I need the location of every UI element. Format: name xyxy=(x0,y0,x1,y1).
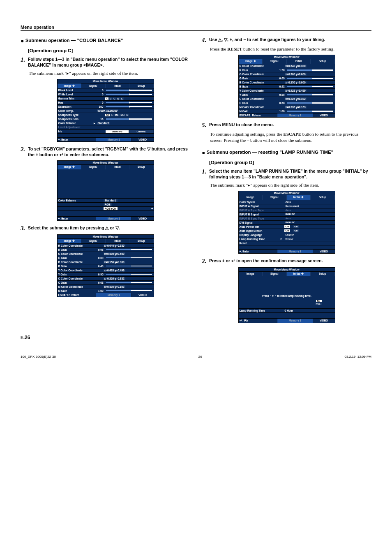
osd-window-rgbycm-select: Move Menu Window Image ✥ Signal Initial … xyxy=(57,160,154,221)
osd-tab: Setup xyxy=(129,165,154,169)
osd-tab-initial: Initial ✥ xyxy=(287,195,311,200)
osd-tab: Setup xyxy=(311,195,335,200)
osd-item-label: Lamp Running Time xyxy=(239,309,284,312)
section-header: Menu operation xyxy=(21,25,371,31)
step-text: Press MENU to close the menu. xyxy=(209,122,370,127)
osd-foot-video: VIDEO xyxy=(132,138,154,141)
osd-tab-setup: Setup xyxy=(129,83,154,88)
osd-tab: Setup xyxy=(311,59,335,64)
submenu-heading-text: Submenu operation — resetting "LAMP RUNN… xyxy=(207,150,333,155)
step-number: 4. xyxy=(202,37,209,44)
osd-window-confirm: Move Menu Window Image Signal Initial ✥ … xyxy=(238,267,335,323)
osd-foot-memory: Memory 1 xyxy=(96,138,131,141)
osd-title: Move Menu Window xyxy=(58,161,154,165)
osd-foot: Memory 1 xyxy=(277,319,313,323)
osd-foot: VIDEO xyxy=(132,293,154,297)
move-icon: ✥ xyxy=(72,84,75,87)
osd-tab: Image xyxy=(239,272,263,276)
osd-tab: Initial xyxy=(106,239,130,243)
step-body: To continue adjusting settings, press th… xyxy=(210,131,371,143)
move-icon: ✥ xyxy=(72,165,75,168)
submenu-heading: ● Submenu operation — resetting "LAMP RU… xyxy=(202,149,371,156)
osd-tab: Setup xyxy=(311,272,335,276)
osd-title: Move Menu Window xyxy=(58,235,154,239)
osd-window-image: Move Menu Window Image ✥ Signal Initial … xyxy=(57,79,154,142)
move-icon: ✥ xyxy=(72,239,75,242)
osd-window-coordinates: Move Menu Window Image ✥ Signal Initial … xyxy=(57,234,154,297)
left-column: ● Submenu operation — "COLOR BALANCE" [O… xyxy=(21,35,190,327)
osd-title: Move Menu Window xyxy=(239,191,335,195)
submenu-heading: ● Submenu operation — "COLOR BALANCE" xyxy=(21,37,190,44)
osd-tab-image: Image ✥ xyxy=(58,239,82,243)
step-text: Use △, ▽, +, and – to set the gauge figu… xyxy=(209,37,370,42)
footer-filename: 106_DPX-1000(E)22-30 xyxy=(21,355,56,359)
osd-foot: VIDEO xyxy=(313,250,335,253)
step-number: 5. xyxy=(202,122,209,129)
osd-tab: Image xyxy=(239,195,263,200)
operation-group-label: [Operation group D] xyxy=(209,160,371,165)
osd-tab-image: Image ✥ xyxy=(239,59,263,64)
osd-tab: Initial xyxy=(106,165,130,169)
osd-foot-enter: +: Enter xyxy=(58,138,96,141)
step-number: 2. xyxy=(21,146,28,153)
right-column: 4.Use △, ▽, +, and – to set the gauge fi… xyxy=(202,35,371,327)
osd-item-value: 0 Hour xyxy=(284,309,335,312)
osd-tab: Signal xyxy=(263,59,287,64)
osd-window-gain-adjusted: Move Menu Window Image ✥ Signal Initial … xyxy=(238,55,335,118)
step-text: To set "RGBYCM" parameters, select "RGBY… xyxy=(28,146,189,157)
move-icon: ✥ xyxy=(301,272,304,275)
osd-tab: Initial xyxy=(287,59,311,64)
operation-group-label: [Operation group C] xyxy=(28,48,190,53)
osd-title: Move Menu Window xyxy=(239,268,335,272)
confirm-yes: Yes xyxy=(315,303,321,305)
move-icon: ✥ xyxy=(254,60,256,62)
confirm-no: No xyxy=(316,300,322,302)
footer-page: 26 xyxy=(198,355,202,359)
osd-foot: VIDEO xyxy=(313,113,335,117)
osd-tab-signal: Signal xyxy=(81,83,106,88)
osd-tab: Setup xyxy=(129,239,154,243)
osd-tab-initial: Initial xyxy=(106,83,130,88)
step-body: Press the RESET button to reset the para… xyxy=(210,46,371,52)
osd-foot: Memory 1 xyxy=(277,113,313,117)
osd-tab: Signal xyxy=(263,272,287,276)
osd-foot: +: Enter xyxy=(239,250,277,253)
osd-window-initial: Move Menu Window Image Signal Initial ✥ … xyxy=(238,191,335,254)
footer-timestamp: 03.2.19, 12:09 PM xyxy=(345,355,371,359)
step-text: Follow steps 1—3 in "Basic menu operatio… xyxy=(28,56,189,68)
osd-tab-image: Image ✥ xyxy=(58,83,82,88)
step-number: 3. xyxy=(21,225,28,232)
osd-tab: Signal xyxy=(81,239,106,243)
osd-title: Move Menu Window xyxy=(58,79,154,83)
osd-tab-initial: Initial ✥ xyxy=(287,272,311,276)
step-text: Select the menu item "LAMP RUNNING TIME"… xyxy=(209,168,370,180)
osd-foot: Memory 1 xyxy=(96,293,131,297)
osd-tab: Signal xyxy=(263,195,287,200)
osd-foot: +: Enter xyxy=(58,217,96,220)
osd-foot: Memory 1 xyxy=(96,217,131,220)
osd-foot: ESCAPE: Return xyxy=(239,113,277,117)
osd-tab: Signal xyxy=(81,165,106,169)
step-number: 2. xyxy=(202,258,209,265)
osd-foot: Memory 1 xyxy=(277,250,313,253)
move-icon: ✥ xyxy=(301,196,304,199)
submenu-heading-text: Submenu operation — "COLOR BALANCE" xyxy=(25,38,123,43)
step-body: The submenu mark "▸" appears on the righ… xyxy=(210,182,371,188)
print-footer: 106_DPX-1000(E)22-30 26 03.2.19, 12:09 P… xyxy=(21,353,371,359)
osd-tab-image: Image ✥ xyxy=(58,165,82,169)
osd-title: Move Menu Window xyxy=(239,55,335,59)
osd-foot: ESCAPE: Return xyxy=(58,293,96,297)
page-number: E-26 xyxy=(21,335,371,340)
osd-foot: ↵ : Fix xyxy=(239,319,277,323)
step-text: Press + or ↵ to open the confirmation me… xyxy=(209,258,370,264)
confirm-message: Press " ↵ " to reset lamp running time. xyxy=(242,294,332,298)
osd-foot: VIDEO xyxy=(313,319,335,323)
step-body: The submenu mark "▸" appears on the righ… xyxy=(29,70,190,76)
osd-foot: VIDEO xyxy=(132,217,154,220)
step-text: Select the submenu item by pressing △ or… xyxy=(28,225,189,231)
step-number: 1. xyxy=(202,168,209,175)
step-number: 1. xyxy=(21,56,28,63)
